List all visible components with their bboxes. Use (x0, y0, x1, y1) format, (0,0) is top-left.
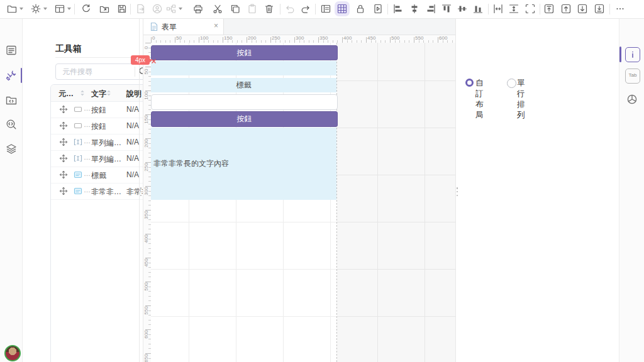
canvas-button[interactable]: 按鈕 (151, 45, 338, 60)
distribute-h-icon[interactable] (492, 3, 504, 14)
fit-size-icon[interactable] (525, 3, 536, 14)
align-top-icon[interactable] (441, 3, 452, 14)
canvas-bigbox[interactable]: 非常非常長的文字內容 (151, 128, 336, 200)
tab-close-icon[interactable]: × (214, 21, 218, 30)
radio-label[interactable]: 單行排列 (517, 78, 525, 121)
textfield-component-icon (74, 154, 82, 163)
copy-icon[interactable] (230, 3, 241, 14)
reset-icon[interactable] (80, 3, 92, 14)
print-icon[interactable] (192, 3, 204, 14)
move-up-icon[interactable] (560, 3, 572, 14)
right-rail: Tab (619, 19, 644, 362)
left-rail: ? (0, 19, 23, 362)
column-header[interactable]: 文字 (91, 89, 106, 99)
move-handle-icon[interactable] (59, 121, 68, 130)
run-form-icon[interactable] (372, 3, 384, 14)
send-to-back-icon[interactable] (594, 3, 605, 14)
ruler-label: 450 (143, 256, 150, 269)
move-handle-icon[interactable] (59, 170, 68, 179)
component-text: 單列編… (91, 138, 124, 148)
canvas-box[interactable]: 標籤 (151, 78, 336, 92)
code-search-icon[interactable] (5, 118, 18, 131)
radio-unselected[interactable] (507, 79, 516, 88)
move-handle-icon[interactable] (59, 138, 68, 146)
folder-icon[interactable] (6, 3, 18, 14)
ruler-label: 100 (143, 89, 150, 102)
canvas-input[interactable] (151, 94, 338, 110)
active-indicator (619, 47, 621, 62)
toolbar-separator (540, 4, 540, 14)
canvas-button[interactable]: 按鈕 (151, 111, 338, 127)
canvas-box[interactable] (151, 61, 336, 75)
lock-icon[interactable] (355, 3, 366, 14)
toolbox-tools-icon[interactable] (5, 69, 18, 82)
align-left-icon[interactable] (392, 3, 404, 14)
toolbar-separator (609, 4, 610, 14)
ruler-label: 500 (143, 280, 150, 293)
search-input[interactable] (61, 65, 133, 79)
project-code-icon[interactable] (5, 94, 18, 106)
form-list-icon[interactable] (320, 3, 331, 14)
align-middle-v-icon[interactable] (457, 3, 468, 14)
sort-icon[interactable] (79, 89, 86, 97)
open-folder-icon[interactable] (99, 3, 110, 14)
settings-gear-icon[interactable] (30, 3, 42, 14)
component-text: 非常非… (91, 187, 124, 197)
toolbar-separator (315, 4, 316, 14)
right-splitter-handle[interactable] (456, 187, 458, 196)
distribute-v-icon[interactable] (508, 3, 519, 14)
ruler-label: 500 (391, 35, 399, 41)
toolbox-row[interactable]: …標籤N/A (51, 167, 157, 184)
design-canvas[interactable]: 按鈕標籤按鈕非常非常長的文字內容 (151, 43, 455, 362)
move-handle-icon[interactable] (59, 154, 68, 163)
ruler-label: 0 (152, 35, 155, 41)
radio-label[interactable]: 自訂布局 (475, 78, 484, 121)
column-header[interactable]: 元… (58, 89, 74, 99)
grid-icon[interactable] (336, 3, 348, 14)
bring-to-front-icon[interactable] (543, 3, 555, 14)
save-icon[interactable] (116, 3, 128, 14)
layers-icon[interactable] (5, 143, 18, 155)
ruler-label: 400 (343, 35, 352, 41)
info-panel-icon[interactable] (625, 47, 640, 62)
tab-label: 表單 (162, 22, 177, 33)
move-handle-icon[interactable] (59, 187, 68, 195)
move-down-icon[interactable] (577, 3, 588, 14)
user-avatar[interactable] (4, 345, 21, 361)
pie-theme-icon[interactable] (626, 93, 638, 106)
toolbox-row[interactable]: …單列編…N/A (51, 150, 157, 167)
ruler-label: 250 (143, 161, 150, 173)
ruler-label: 50 (143, 65, 150, 78)
button-component-icon (74, 105, 82, 114)
ruler-label: 0 (143, 43, 150, 54)
tab-form[interactable]: 表單 × (143, 19, 224, 35)
tab-order-icon[interactable]: Tab (625, 69, 640, 84)
table-header: 元…文字說明 (51, 85, 157, 102)
ruler-label: 150 (224, 35, 232, 41)
ruler-label: 600 (143, 328, 150, 341)
toolbox-row[interactable]: …按鈕N/A (51, 118, 157, 134)
component-search-box (55, 63, 152, 80)
more-icon[interactable] (614, 3, 626, 14)
align-center-h-icon[interactable] (409, 3, 420, 14)
toolbox-row[interactable]: …按鈕N/A (51, 101, 157, 118)
form-outline-icon[interactable] (5, 44, 18, 57)
undo-icon (284, 3, 296, 14)
ruler-label: 250 (272, 35, 280, 41)
sort-icon[interactable] (105, 89, 113, 97)
toolbox-row[interactable]: …單列編…N/A (51, 134, 157, 151)
radio-selected[interactable] (465, 79, 474, 87)
delete-icon[interactable] (264, 3, 275, 14)
property-inspector: 手機模式 表單模式 自訂布局單行排列 資料庫IDITEM1文字存取名稱FormL… (459, 19, 619, 362)
cut-icon[interactable] (212, 3, 223, 14)
left-splitter-handle[interactable] (140, 187, 142, 196)
align-bottom-icon[interactable] (472, 3, 484, 14)
ruler-label: 50 (176, 35, 182, 41)
active-indicator (21, 68, 23, 83)
redo-icon[interactable] (300, 3, 311, 14)
ruler-label: 150 (143, 113, 150, 126)
align-right-icon[interactable] (425, 3, 436, 14)
move-handle-icon[interactable] (59, 105, 68, 114)
layout-window-icon[interactable] (54, 3, 65, 14)
ruler-label: 400 (143, 233, 150, 245)
